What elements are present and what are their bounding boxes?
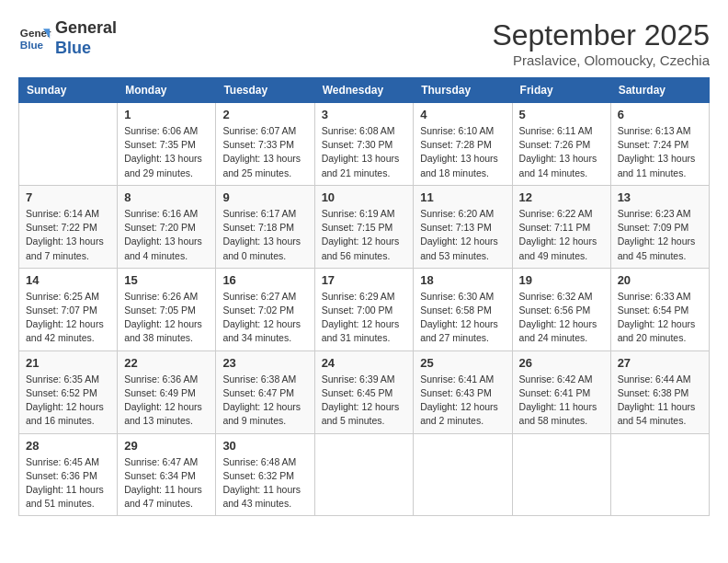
column-header-monday: Monday: [118, 78, 216, 103]
day-number: 19: [519, 273, 604, 287]
calendar-cell: 22Sunrise: 6:36 AMSunset: 6:49 PMDayligh…: [118, 350, 216, 433]
calendar-cell: 29Sunrise: 6:47 AMSunset: 6:34 PMDayligh…: [118, 433, 216, 516]
day-info: Sunrise: 6:33 AMSunset: 6:54 PMDaylight:…: [618, 290, 702, 346]
day-number: 9: [222, 190, 307, 204]
day-number: 6: [618, 108, 702, 121]
day-info: Sunrise: 6:27 AMSunset: 7:02 PMDaylight:…: [222, 290, 307, 346]
calendar-cell: 13Sunrise: 6:23 AMSunset: 7:09 PMDayligh…: [610, 185, 709, 268]
calendar-cell: 4Sunrise: 6:10 AMSunset: 7:28 PMDaylight…: [414, 103, 512, 186]
day-number: 13: [618, 190, 702, 204]
day-number: 27: [618, 356, 702, 370]
day-number: 12: [519, 190, 604, 204]
calendar-cell: 5Sunrise: 6:11 AMSunset: 7:26 PMDaylight…: [512, 103, 610, 186]
day-number: 18: [420, 273, 505, 287]
calendar-cell: 8Sunrise: 6:16 AMSunset: 7:20 PMDaylight…: [118, 185, 216, 268]
day-info: Sunrise: 6:22 AMSunset: 7:11 PMDaylight:…: [519, 207, 604, 263]
calendar-cell: 28Sunrise: 6:45 AMSunset: 6:36 PMDayligh…: [19, 433, 118, 516]
calendar-cell: 17Sunrise: 6:29 AMSunset: 7:00 PMDayligh…: [314, 268, 414, 350]
day-info: Sunrise: 6:11 AMSunset: 7:26 PMDaylight:…: [519, 124, 604, 180]
day-info: Sunrise: 6:23 AMSunset: 7:09 PMDaylight:…: [618, 207, 702, 263]
day-info: Sunrise: 6:25 AMSunset: 7:07 PMDaylight:…: [26, 290, 110, 346]
day-info: Sunrise: 6:47 AMSunset: 6:34 PMDaylight:…: [124, 455, 209, 511]
week-row-5: 28Sunrise: 6:45 AMSunset: 6:36 PMDayligh…: [19, 433, 710, 516]
logo-icon: General Blue: [18, 22, 51, 55]
month-year: September 2025: [492, 18, 710, 52]
calendar-cell: 21Sunrise: 6:35 AMSunset: 6:52 PMDayligh…: [19, 350, 118, 433]
day-number: 7: [26, 190, 110, 204]
day-number: 26: [519, 356, 604, 370]
logo: General Blue General Blue: [18, 18, 117, 58]
day-info: Sunrise: 6:39 AMSunset: 6:45 PMDaylight:…: [322, 373, 407, 429]
calendar-cell: 23Sunrise: 6:38 AMSunset: 6:47 PMDayligh…: [216, 350, 314, 433]
calendar-cell: 30Sunrise: 6:48 AMSunset: 6:32 PMDayligh…: [216, 433, 314, 516]
calendar-cell: [610, 433, 709, 516]
day-number: 15: [124, 273, 209, 287]
column-header-wednesday: Wednesday: [314, 78, 414, 103]
column-header-tuesday: Tuesday: [216, 78, 314, 103]
calendar-cell: 16Sunrise: 6:27 AMSunset: 7:02 PMDayligh…: [216, 268, 314, 350]
day-info: Sunrise: 6:07 AMSunset: 7:33 PMDaylight:…: [222, 124, 307, 180]
day-info: Sunrise: 6:41 AMSunset: 6:43 PMDaylight:…: [420, 373, 505, 429]
day-info: Sunrise: 6:36 AMSunset: 6:49 PMDaylight:…: [124, 373, 209, 429]
day-number: 29: [124, 439, 209, 453]
day-number: 3: [322, 108, 407, 121]
calendar-cell: [414, 433, 512, 516]
day-info: Sunrise: 6:13 AMSunset: 7:24 PMDaylight:…: [618, 124, 702, 180]
day-info: Sunrise: 6:17 AMSunset: 7:18 PMDaylight:…: [222, 207, 307, 263]
calendar-cell: 1Sunrise: 6:06 AMSunset: 7:35 PMDaylight…: [118, 103, 216, 186]
day-info: Sunrise: 6:10 AMSunset: 7:28 PMDaylight:…: [420, 124, 505, 180]
logo-text: General Blue: [55, 18, 117, 58]
header: General Blue General Blue September 2025…: [18, 18, 710, 68]
day-number: 17: [322, 273, 407, 287]
day-number: 21: [26, 356, 110, 370]
calendar-cell: 15Sunrise: 6:26 AMSunset: 7:05 PMDayligh…: [118, 268, 216, 350]
day-number: 22: [124, 356, 209, 370]
column-header-thursday: Thursday: [414, 78, 512, 103]
day-number: 16: [222, 273, 307, 287]
calendar-cell: 20Sunrise: 6:33 AMSunset: 6:54 PMDayligh…: [610, 268, 709, 350]
day-number: 8: [124, 190, 209, 204]
calendar-cell: 27Sunrise: 6:44 AMSunset: 6:38 PMDayligh…: [610, 350, 709, 433]
day-number: 20: [618, 273, 702, 287]
day-info: Sunrise: 6:35 AMSunset: 6:52 PMDaylight:…: [26, 373, 110, 429]
day-info: Sunrise: 6:38 AMSunset: 6:47 PMDaylight:…: [222, 373, 307, 429]
week-row-2: 7Sunrise: 6:14 AMSunset: 7:22 PMDaylight…: [19, 185, 710, 268]
calendar-cell: [512, 433, 610, 516]
calendar-cell: 7Sunrise: 6:14 AMSunset: 7:22 PMDaylight…: [19, 185, 118, 268]
day-number: 28: [26, 439, 110, 453]
day-number: 10: [322, 190, 407, 204]
calendar-cell: [314, 433, 414, 516]
column-header-sunday: Sunday: [19, 78, 118, 103]
calendar-cell: 11Sunrise: 6:20 AMSunset: 7:13 PMDayligh…: [414, 185, 512, 268]
calendar-cell: 26Sunrise: 6:42 AMSunset: 6:41 PMDayligh…: [512, 350, 610, 433]
week-row-4: 21Sunrise: 6:35 AMSunset: 6:52 PMDayligh…: [19, 350, 710, 433]
calendar-cell: 2Sunrise: 6:07 AMSunset: 7:33 PMDaylight…: [216, 103, 314, 186]
day-info: Sunrise: 6:42 AMSunset: 6:41 PMDaylight:…: [519, 373, 604, 429]
column-header-saturday: Saturday: [610, 78, 709, 103]
day-number: 1: [124, 108, 209, 121]
day-info: Sunrise: 6:29 AMSunset: 7:00 PMDaylight:…: [322, 290, 407, 346]
day-info: Sunrise: 6:44 AMSunset: 6:38 PMDaylight:…: [618, 373, 702, 429]
day-info: Sunrise: 6:45 AMSunset: 6:36 PMDaylight:…: [26, 455, 110, 511]
month-title: September 2025 Praslavice, Olomoucky, Cz…: [492, 18, 710, 68]
day-info: Sunrise: 6:20 AMSunset: 7:13 PMDaylight:…: [420, 207, 505, 263]
day-info: Sunrise: 6:06 AMSunset: 7:35 PMDaylight:…: [124, 124, 209, 180]
column-header-friday: Friday: [512, 78, 610, 103]
calendar-cell: 9Sunrise: 6:17 AMSunset: 7:18 PMDaylight…: [216, 185, 314, 268]
days-header-row: SundayMondayTuesdayWednesdayThursdayFrid…: [19, 78, 710, 103]
location: Praslavice, Olomoucky, Czechia: [492, 52, 710, 68]
day-number: 24: [322, 356, 407, 370]
week-row-1: 1Sunrise: 6:06 AMSunset: 7:35 PMDaylight…: [19, 103, 710, 186]
day-info: Sunrise: 6:26 AMSunset: 7:05 PMDaylight:…: [124, 290, 209, 346]
calendar-cell: 19Sunrise: 6:32 AMSunset: 6:56 PMDayligh…: [512, 268, 610, 350]
day-info: Sunrise: 6:30 AMSunset: 6:58 PMDaylight:…: [420, 290, 505, 346]
day-number: 2: [222, 108, 307, 121]
week-row-3: 14Sunrise: 6:25 AMSunset: 7:07 PMDayligh…: [19, 268, 710, 350]
calendar-cell: 25Sunrise: 6:41 AMSunset: 6:43 PMDayligh…: [414, 350, 512, 433]
calendar-cell: 12Sunrise: 6:22 AMSunset: 7:11 PMDayligh…: [512, 185, 610, 268]
calendar-cell: 18Sunrise: 6:30 AMSunset: 6:58 PMDayligh…: [414, 268, 512, 350]
day-number: 25: [420, 356, 505, 370]
day-info: Sunrise: 6:32 AMSunset: 6:56 PMDaylight:…: [519, 290, 604, 346]
day-info: Sunrise: 6:19 AMSunset: 7:15 PMDaylight:…: [322, 207, 407, 263]
day-info: Sunrise: 6:14 AMSunset: 7:22 PMDaylight:…: [26, 207, 110, 263]
